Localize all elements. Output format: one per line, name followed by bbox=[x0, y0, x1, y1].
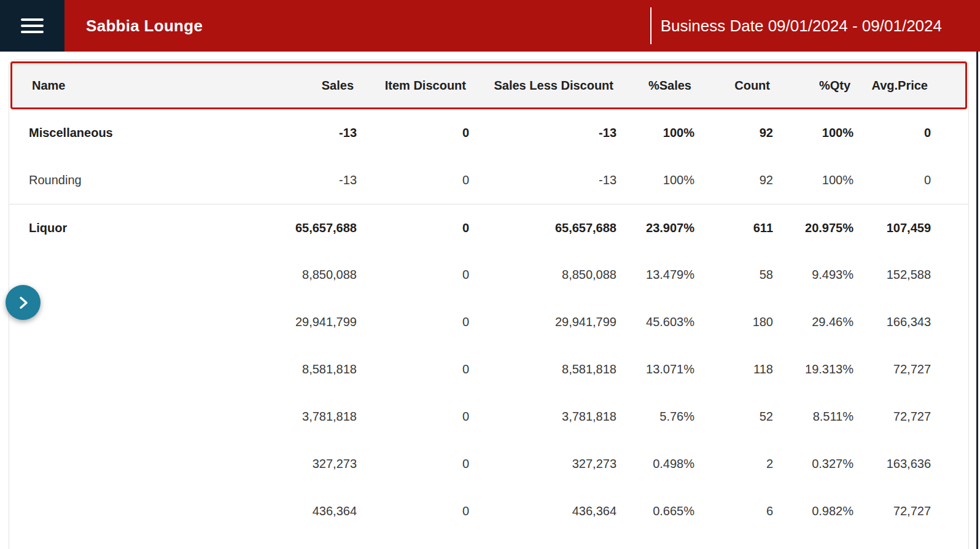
cell-value: 436,364 bbox=[234, 504, 357, 518]
expand-panel-button[interactable] bbox=[6, 285, 41, 320]
cell-value: 20.975% bbox=[773, 221, 854, 235]
cell-value: 3,781,818 bbox=[234, 410, 357, 424]
cell-value: 0.665% bbox=[616, 504, 694, 518]
cell-value: 0 bbox=[357, 362, 469, 376]
cell-value: 72,727 bbox=[854, 362, 931, 376]
column-header-count[interactable]: Count bbox=[691, 79, 770, 93]
cell-value: -13 bbox=[469, 173, 616, 187]
topbar: Sabbia Lounge Business Date 09/01/2024 -… bbox=[0, 0, 980, 52]
table-row[interactable]: 3,781,818 0 3,781,818 5.76% 52 8.511% 72… bbox=[9, 393, 968, 440]
cell-value: 0 bbox=[357, 504, 469, 518]
cell-value: 436,364 bbox=[469, 504, 616, 518]
cell-value: 6 bbox=[694, 504, 773, 518]
cell-value: 0 bbox=[357, 126, 469, 140]
cell-name: Rounding bbox=[9, 173, 234, 187]
cell-value: 8,850,088 bbox=[469, 268, 616, 282]
cell-name: Miscellaneous bbox=[9, 126, 234, 140]
cell-value: 100% bbox=[773, 126, 854, 140]
table-row[interactable]: Miscellaneous -13 0 -13 100% 92 100% 0 bbox=[9, 109, 968, 157]
cell-value: 0 bbox=[854, 173, 931, 187]
cell-value: 327,273 bbox=[469, 457, 616, 471]
chevron-right-icon bbox=[17, 295, 30, 311]
cell-value: 72,727 bbox=[854, 504, 931, 518]
cell-value: 9.493% bbox=[773, 268, 854, 282]
column-header-avg-price[interactable]: Avg.Price bbox=[850, 79, 928, 93]
vertical-scrollbar[interactable] bbox=[976, 52, 978, 549]
cell-value: 0.498% bbox=[616, 457, 694, 471]
cell-value: 92 bbox=[694, 126, 773, 140]
column-header-pct-sales[interactable]: %Sales bbox=[613, 79, 691, 93]
cell-value: -13 bbox=[234, 173, 357, 187]
column-header-sales[interactable]: Sales bbox=[231, 79, 354, 93]
table-body: Miscellaneous -13 0 -13 100% 92 100% 0 R… bbox=[9, 109, 968, 535]
column-header-sales-less-discount[interactable]: Sales Less Discount bbox=[466, 79, 613, 93]
cell-value: 92 bbox=[694, 173, 773, 187]
table-row[interactable]: 327,273 0 327,273 0.498% 2 0.327% 163,63… bbox=[9, 440, 968, 488]
cell-value: 45.603% bbox=[616, 315, 694, 329]
table-row[interactable]: 8,850,088 0 8,850,088 13.479% 58 9.493% … bbox=[9, 251, 968, 298]
menu-button[interactable] bbox=[0, 0, 64, 52]
cell-value: 72,727 bbox=[854, 410, 931, 424]
cell-value: 13.479% bbox=[616, 268, 694, 282]
table-row[interactable]: Liquor 65,657,688 0 65,657,688 23.907% 6… bbox=[9, 204, 968, 251]
report-table: Name Sales Item Discount Sales Less Disc… bbox=[9, 60, 969, 549]
cell-value: 2 bbox=[694, 457, 773, 471]
cell-value: 100% bbox=[773, 173, 854, 187]
cell-value: 65,657,688 bbox=[234, 221, 357, 235]
cell-value: 611 bbox=[694, 221, 773, 235]
cell-value: 13.071% bbox=[616, 362, 694, 376]
cell-value: 0 bbox=[357, 268, 469, 282]
cell-value: 0.327% bbox=[773, 457, 854, 471]
cell-value: 52 bbox=[694, 410, 773, 424]
cell-value: 8,581,818 bbox=[469, 362, 616, 376]
cell-value: 0 bbox=[357, 221, 469, 235]
business-date-label[interactable]: Business Date 09/01/2024 - 09/01/2024 bbox=[661, 17, 942, 36]
cell-value: 0 bbox=[357, 315, 469, 329]
cell-value: 0 bbox=[357, 410, 469, 424]
cell-value: 58 bbox=[694, 268, 773, 282]
cell-value: 23.907% bbox=[616, 221, 694, 235]
cell-value: 29,941,799 bbox=[234, 315, 357, 329]
cell-value: 29,941,799 bbox=[469, 315, 616, 329]
cell-value: 5.76% bbox=[616, 410, 694, 424]
cell-value: 180 bbox=[694, 315, 773, 329]
cell-value: 0.982% bbox=[773, 504, 854, 518]
cell-value: 327,273 bbox=[234, 457, 357, 471]
cell-value: 166,343 bbox=[854, 315, 931, 329]
cell-name: Liquor bbox=[9, 221, 234, 235]
cell-value: 100% bbox=[616, 126, 694, 140]
table-row[interactable]: 436,364 0 436,364 0.665% 6 0.982% 72,727 bbox=[9, 488, 968, 535]
table-row[interactable]: Rounding -13 0 -13 100% 92 100% 0 bbox=[9, 157, 968, 204]
topbar-divider bbox=[650, 7, 651, 44]
cell-value: 8,581,818 bbox=[234, 362, 357, 376]
cell-value: 29.46% bbox=[773, 315, 854, 329]
cell-value: 3,781,818 bbox=[469, 410, 616, 424]
cell-value: 8,850,088 bbox=[234, 268, 357, 282]
cell-value: 118 bbox=[694, 362, 773, 376]
cell-value: -13 bbox=[234, 126, 357, 140]
table-row[interactable]: 29,941,799 0 29,941,799 45.603% 180 29.4… bbox=[9, 298, 968, 346]
cell-value: 163,636 bbox=[854, 457, 931, 471]
table-row[interactable]: 8,581,818 0 8,581,818 13.071% 118 19.313… bbox=[9, 346, 968, 393]
column-header-name[interactable]: Name bbox=[12, 79, 231, 93]
cell-value: -13 bbox=[469, 126, 616, 140]
hamburger-menu-icon bbox=[21, 15, 44, 37]
column-header-item-discount[interactable]: Item Discount bbox=[354, 79, 466, 93]
cell-value: 0 bbox=[357, 457, 469, 471]
cell-value: 19.313% bbox=[773, 362, 854, 376]
column-header-pct-qty[interactable]: %Qty bbox=[770, 79, 850, 93]
cell-value: 107,459 bbox=[854, 221, 931, 235]
cell-value: 65,657,688 bbox=[469, 221, 616, 235]
page-title: Sabbia Lounge bbox=[86, 17, 203, 36]
cell-value: 152,588 bbox=[854, 268, 931, 282]
cell-value: 0 bbox=[357, 173, 469, 187]
cell-value: 0 bbox=[854, 126, 931, 140]
cell-value: 8.511% bbox=[773, 410, 854, 424]
cell-value: 100% bbox=[616, 173, 694, 187]
table-header-row: Name Sales Item Discount Sales Less Disc… bbox=[10, 61, 967, 109]
